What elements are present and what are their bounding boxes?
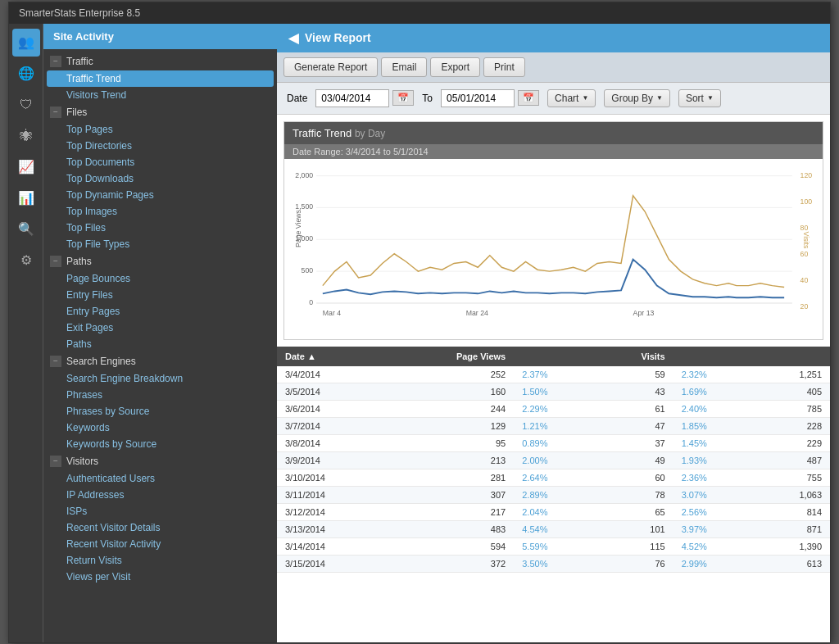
nav-item-recent-visitor-details[interactable]: Recent Visitor Details	[43, 519, 277, 536]
nav-item-keywords[interactable]: Keywords	[43, 420, 277, 436]
svg-text:Mar 4: Mar 4	[323, 308, 341, 316]
cell-date: 3/11/2014	[277, 486, 387, 503]
collapse-files-icon: −	[50, 107, 61, 118]
cell-extra: 871	[755, 520, 830, 537]
table-row: 3/8/2014 95 0.89% 37 1.45% 229	[277, 434, 830, 451]
cell-visits: 59	[595, 366, 673, 383]
cell-v-pct: 2.99%	[673, 555, 755, 572]
people-icon[interactable]: 👥	[12, 29, 40, 57]
nav-item-return-visits[interactable]: Return Visits	[43, 552, 277, 569]
group-by-dropdown[interactable]: Group By	[604, 89, 670, 107]
cell-v-pct: 1.85%	[673, 417, 755, 434]
chart-title: Traffic Trend	[293, 127, 351, 139]
nav-item-recent-visitor-activity[interactable]: Recent Visitor Activity	[43, 536, 277, 552]
nav-item-top-downloads[interactable]: Top Downloads	[43, 170, 277, 187]
globe-icon[interactable]: 🌐	[12, 60, 40, 88]
table-row: 3/10/2014 281 2.64% 60 2.36% 755	[277, 469, 830, 486]
sidebar: Site Activity − Traffic Traffic Trend Vi…	[43, 24, 277, 642]
nav-item-views-per-visit[interactable]: Views per Visit	[43, 569, 277, 585]
cell-extra: 487	[755, 451, 830, 469]
nav-item-top-directories[interactable]: Top Directories	[43, 138, 277, 154]
print-button[interactable]: Print	[483, 57, 525, 77]
export-button[interactable]: Export	[430, 57, 480, 77]
date-to-field: 📅	[441, 89, 539, 107]
collapse-traffic-icon: −	[50, 56, 61, 67]
nav-item-exit-pages[interactable]: Exit Pages	[43, 320, 277, 336]
nav-item-phrases[interactable]: Phrases	[43, 387, 277, 403]
table-row: 3/7/2014 129 1.21% 47 1.85% 228	[277, 417, 830, 434]
cell-v-pct: 2.36%	[673, 469, 755, 486]
nav-item-ip-addresses[interactable]: IP Addresses	[43, 487, 277, 503]
svg-text:1,500: 1,500	[295, 202, 313, 211]
visitors-section[interactable]: − Visitors	[43, 452, 277, 470]
gear-icon[interactable]: ⚙	[12, 247, 40, 274]
cell-date: 3/5/2014	[277, 383, 387, 400]
chart-svg: 2,000 1,500 1,000 500 0 120 100 80 60	[291, 166, 816, 329]
svg-text:20: 20	[800, 302, 809, 310]
date-from-picker[interactable]: 📅	[392, 90, 414, 106]
search-engines-section[interactable]: − Search Engines	[43, 352, 277, 370]
svg-text:Page Views: Page Views	[294, 209, 302, 247]
nav-item-phrases-by-source[interactable]: Phrases by Source	[43, 403, 277, 420]
svg-text:2,000: 2,000	[295, 170, 313, 179]
paths-section[interactable]: − Paths	[43, 252, 277, 270]
cell-extra: 785	[755, 400, 830, 417]
email-button[interactable]: Email	[381, 57, 427, 77]
nav-item-top-pages[interactable]: Top Pages	[43, 121, 277, 138]
col-extra	[755, 347, 830, 366]
cell-date: 3/9/2014	[277, 451, 387, 469]
table-row: 3/5/2014 160 1.50% 43 1.69% 405	[277, 383, 830, 400]
nav-item-isps[interactable]: ISPs	[43, 503, 277, 519]
chart-line-icon[interactable]: 📈	[12, 153, 40, 181]
shield-icon[interactable]: 🛡	[12, 91, 40, 119]
nav-item-top-file-types[interactable]: Top File Types	[43, 236, 277, 252]
traffic-section[interactable]: − Traffic	[43, 52, 277, 70]
nav-item-top-files[interactable]: Top Files	[43, 220, 277, 236]
table-row: 3/11/2014 307 2.89% 78 3.07% 1,063	[277, 486, 830, 503]
chart-dropdown[interactable]: Chart	[547, 89, 596, 107]
nav-item-page-bounces[interactable]: Page Bounces	[43, 270, 277, 287]
nav-item-visitors-trend[interactable]: Visitors Trend	[43, 87, 277, 103]
nav-item-authenticated-users[interactable]: Authenticated Users	[43, 470, 277, 487]
date-to-input[interactable]	[441, 89, 515, 107]
nav-item-entry-files[interactable]: Entry Files	[43, 287, 277, 303]
nav-item-keywords-by-source[interactable]: Keywords by Source	[43, 436, 277, 452]
cell-pv-pct: 2.04%	[514, 503, 595, 520]
cell-visits: 78	[595, 486, 673, 503]
nav-item-traffic-trend[interactable]: Traffic Trend	[47, 70, 274, 87]
nav-item-paths[interactable]: Paths	[43, 336, 277, 352]
date-to-picker[interactable]: 📅	[518, 90, 539, 106]
nav-item-entry-pages[interactable]: Entry Pages	[43, 303, 277, 320]
sort-dropdown[interactable]: Sort	[678, 89, 721, 107]
files-section[interactable]: − Files	[43, 103, 277, 121]
chart-title-bar: Traffic Trend by Day	[284, 122, 823, 144]
cell-visits: 65	[595, 503, 673, 520]
col-date[interactable]: Date ▲	[277, 347, 387, 366]
cell-date: 3/8/2014	[277, 434, 387, 451]
nav-item-top-dynamic-pages[interactable]: Top Dynamic Pages	[43, 187, 277, 203]
search-icon[interactable]: 🔍	[12, 215, 40, 243]
nav-item-top-images[interactable]: Top Images	[43, 203, 277, 220]
bar-chart-icon[interactable]: 📊	[12, 184, 40, 212]
generate-report-button[interactable]: Generate Report	[283, 57, 378, 77]
cell-visits: 37	[595, 434, 673, 451]
nav-item-top-documents[interactable]: Top Documents	[43, 154, 277, 170]
table-row: 3/4/2014 252 2.37% 59 2.32% 1,251	[277, 366, 830, 383]
cell-pv-pct: 4.54%	[514, 520, 595, 537]
report-icon: ◀	[288, 30, 298, 46]
to-label: To	[422, 93, 433, 104]
cell-extra: 613	[755, 555, 830, 572]
chart-date-range: Date Range: 3/4/2014 to 5/1/2014	[284, 144, 823, 159]
nav-item-search-engine-breakdown[interactable]: Search Engine Breakdown	[43, 370, 277, 387]
title-bar: SmarterStats Enterprise 8.5	[9, 2, 830, 24]
date-from-input[interactable]	[315, 89, 389, 107]
table-row: 3/13/2014 483 4.54% 101 3.97% 871	[277, 520, 830, 537]
col-visits: Visits	[595, 347, 673, 366]
date-label: Date	[287, 93, 307, 104]
paths-label: Paths	[66, 256, 92, 267]
svg-text:Apr 13: Apr 13	[633, 308, 655, 316]
cell-pv: 483	[387, 520, 515, 537]
spider-icon[interactable]: 🕷	[12, 122, 40, 150]
cell-pv-pct: 2.89%	[514, 486, 595, 503]
content-header: ◀ View Report	[277, 24, 830, 52]
